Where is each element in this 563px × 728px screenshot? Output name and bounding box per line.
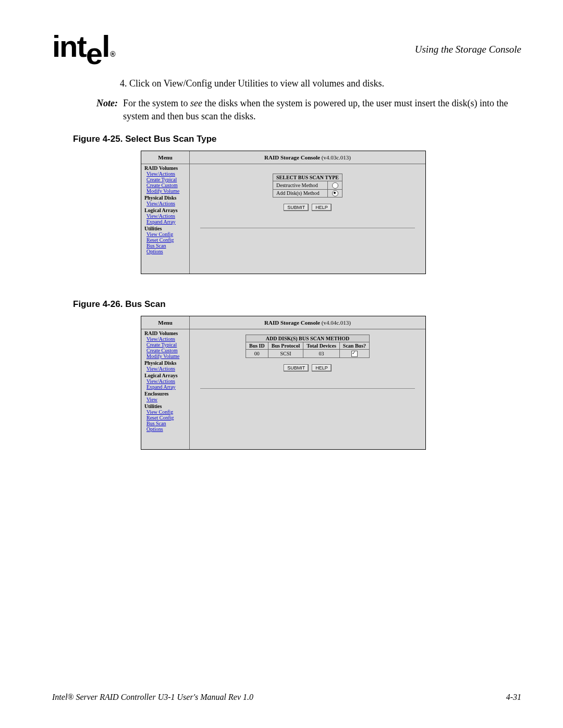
menu-view-config[interactable]: View Config xyxy=(141,231,189,237)
menu-create-custom[interactable]: Create Custom xyxy=(141,348,189,353)
menu-enclosures-view[interactable]: View xyxy=(141,397,189,402)
menu-view-actions-2[interactable]: View/Actions xyxy=(141,366,189,372)
val-bus-id: 00 xyxy=(246,349,268,357)
menu-bus-scan[interactable]: Bus Scan xyxy=(141,421,189,426)
menu-view-actions-3[interactable]: View/Actions xyxy=(141,213,189,219)
select-bus-scan-table: SELECT BUS SCAN TYPE Destructive Method … xyxy=(273,174,342,198)
divider xyxy=(200,388,415,389)
col-scan-bus: Scan Bus? xyxy=(339,342,369,349)
console-title: RAID Storage Console (v4.04c.013) xyxy=(190,316,425,329)
col-total-devices: Total Devices xyxy=(303,342,340,349)
figure-26-screenshot: Menu RAID Volumes View/Actions Create Ty… xyxy=(141,316,426,450)
figure-25-screenshot: Menu RAID Volumes View/Actions Create Ty… xyxy=(141,151,426,274)
menu-expand-array[interactable]: Expand Array xyxy=(141,384,189,390)
menu-header: Menu xyxy=(141,316,189,329)
menu-section-raid-volumes: RAID Volumes xyxy=(141,164,189,171)
step-4-text: 4. Click on View/Config under Utilities … xyxy=(120,77,521,90)
menu-view-actions-2[interactable]: View/Actions xyxy=(141,201,189,206)
menu-section-utilities: Utilities xyxy=(141,402,189,409)
menu-view-config[interactable]: View Config xyxy=(141,409,189,415)
scan-method-title: ADD DISK(S) BUS SCAN METHOD xyxy=(246,335,369,342)
menu-create-custom[interactable]: Create Custom xyxy=(141,182,189,188)
figure-25-caption: Figure 4-25. Select Bus Scan Type xyxy=(73,134,521,144)
intel-logo: intel® xyxy=(52,31,115,61)
submit-button[interactable]: SUBMIT xyxy=(284,204,309,211)
menu-section-physical-disks: Physical Disks xyxy=(141,194,189,201)
menu-create-typical[interactable]: Create Typical xyxy=(141,177,189,182)
menu-section-logical-arrays: Logical Arrays xyxy=(141,206,189,213)
menu-create-typical[interactable]: Create Typical xyxy=(141,342,189,348)
menu-section-enclosures: Enclosures xyxy=(141,390,189,397)
menu-bus-scan[interactable]: Bus Scan xyxy=(141,243,189,249)
menu-view-actions[interactable]: View/Actions xyxy=(141,171,189,177)
scan-bus-checkbox[interactable] xyxy=(351,351,358,357)
add-disks-method-radio[interactable] xyxy=(332,190,338,196)
help-button[interactable]: HELP xyxy=(312,204,332,211)
menu-view-actions-3[interactable]: View/Actions xyxy=(141,378,189,384)
menu-modify-volume[interactable]: Modify Volume xyxy=(141,188,189,194)
note-body: For the system to see the disks when the… xyxy=(123,97,521,122)
menu-modify-volume[interactable]: Modify Volume xyxy=(141,353,189,359)
submit-button[interactable]: SUBMIT xyxy=(284,364,309,372)
footer-left: Intel® Server RAID Controller U3-1 User'… xyxy=(52,693,253,702)
menu-options[interactable]: Options xyxy=(141,426,189,432)
val-total-devices: 03 xyxy=(303,349,340,357)
menu-section-logical-arrays: Logical Arrays xyxy=(141,372,189,378)
menu-view-actions[interactable]: View/Actions xyxy=(141,336,189,342)
menu-header: Menu xyxy=(141,151,189,164)
menu-expand-array[interactable]: Expand Array xyxy=(141,219,189,225)
menu-section-utilities: Utilities xyxy=(141,225,189,231)
section-title: Using the Storage Console xyxy=(415,44,521,55)
add-disks-method-label: Add Disk(s) Method xyxy=(273,189,328,198)
destructive-method-radio[interactable] xyxy=(332,182,338,189)
menu-section-physical-disks: Physical Disks xyxy=(141,359,189,366)
figure-26-caption: Figure 4-26. Bus Scan xyxy=(73,299,521,310)
footer-page: 4-31 xyxy=(506,693,521,702)
add-disks-scan-table: ADD DISK(S) BUS SCAN METHOD Bus ID Bus P… xyxy=(246,335,370,358)
menu-reset-config[interactable]: Reset Config xyxy=(141,415,189,421)
menu-options[interactable]: Options xyxy=(141,249,189,254)
help-button[interactable]: HELP xyxy=(312,364,332,372)
col-bus-id: Bus ID xyxy=(246,342,268,349)
col-bus-protocol: Bus Protocol xyxy=(268,342,303,349)
divider xyxy=(200,228,415,228)
note-label: Note: xyxy=(89,97,118,122)
val-bus-protocol: SCSI xyxy=(268,349,303,357)
console-title: RAID Storage Console (v4.03c.013) xyxy=(190,151,425,164)
menu-section-raid-volumes: RAID Volumes xyxy=(141,329,189,336)
destructive-method-label: Destructive Method xyxy=(273,181,328,189)
menu-reset-config[interactable]: Reset Config xyxy=(141,237,189,243)
scan-type-title: SELECT BUS SCAN TYPE xyxy=(273,174,342,181)
